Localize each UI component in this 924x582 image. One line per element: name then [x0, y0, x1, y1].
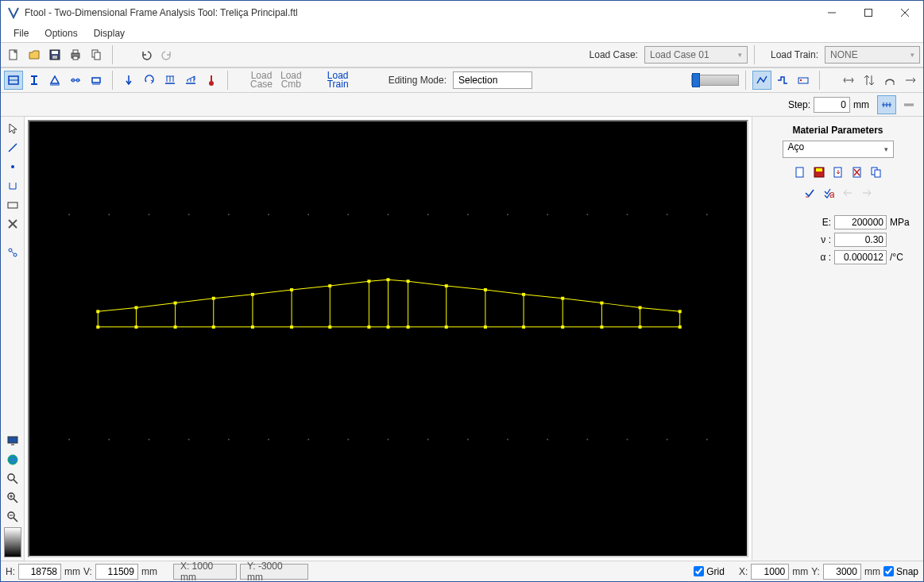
loadtrain-text-button[interactable]: Load Train: [324, 71, 352, 89]
nodal-force-button[interactable]: [119, 71, 138, 90]
step-input[interactable]: [814, 97, 850, 113]
param-e-input[interactable]: [834, 215, 887, 229]
svg-point-109: [547, 439, 548, 441]
svg-point-93: [586, 214, 588, 215]
monitor-icon[interactable]: [4, 432, 21, 449]
loadtrain-select[interactable]: NONE: [825, 46, 920, 64]
step-mode-fine-button[interactable]: [899, 95, 918, 114]
zoom-out-button[interactable]: [4, 508, 21, 526]
print-button[interactable]: [66, 45, 85, 64]
undo-button[interactable]: [137, 45, 156, 64]
result-shear-button[interactable]: [860, 71, 879, 90]
status-h-label: H:: [6, 566, 15, 577]
rigid-offset-button[interactable]: [87, 71, 106, 90]
keyboard-tool-button[interactable]: [4, 196, 21, 214]
open-file-button[interactable]: [25, 45, 44, 64]
step-toolbar: Step: mm: [1, 93, 923, 117]
svg-line-48: [9, 144, 17, 152]
linear-load-button[interactable]: [181, 71, 200, 90]
close-button[interactable]: [887, 1, 923, 25]
diagram-shear-button[interactable]: [773, 71, 792, 90]
zoom-fit-button[interactable]: [4, 470, 21, 488]
hinge-button[interactable]: [66, 71, 85, 90]
gridx-input[interactable]: [751, 564, 789, 580]
toolbar-standard: Load Case: Load Case 01 Load Train: NONE: [1, 42, 923, 67]
maximize-button[interactable]: [850, 1, 887, 25]
thermal-load-button[interactable]: [202, 71, 221, 90]
svg-rect-142: [290, 288, 293, 291]
node-tool-button[interactable]: [4, 158, 21, 175]
right-panel: Material Parameters Aço all E: MPa ν :: [752, 117, 923, 561]
apply-rev-button[interactable]: [840, 185, 856, 201]
svg-rect-148: [386, 278, 389, 281]
redo-button[interactable]: [157, 45, 176, 64]
result-axial-button[interactable]: [839, 71, 858, 90]
support-button[interactable]: [45, 71, 64, 90]
svg-rect-68: [8, 437, 17, 443]
section-props-button[interactable]: [25, 71, 44, 90]
svg-rect-151: [407, 326, 410, 329]
globe-icon[interactable]: [4, 451, 21, 468]
apply-all-button[interactable]: all: [821, 185, 837, 201]
gridy-label: Y:: [811, 566, 820, 577]
svg-rect-133: [96, 326, 99, 329]
svg-point-111: [626, 439, 628, 441]
gridx-label: X:: [739, 566, 748, 577]
material-params-button[interactable]: [4, 71, 23, 90]
gridy-input[interactable]: [823, 564, 861, 580]
select-tool-button[interactable]: [4, 120, 21, 137]
new-file-button[interactable]: [4, 45, 23, 64]
copy-button[interactable]: [87, 45, 106, 64]
svg-rect-150: [407, 279, 410, 283]
diagram-axial-button[interactable]: [752, 71, 771, 90]
material-delete-button[interactable]: [849, 164, 865, 180]
loadcase-text-button[interactable]: Load Case: [247, 71, 276, 89]
svg-rect-168: [816, 168, 822, 172]
editmode-label: Editing Mode:: [379, 75, 451, 86]
svg-rect-161: [600, 326, 603, 329]
loadcmb-text-button[interactable]: Load Cmb: [277, 71, 305, 89]
transform-tool-button[interactable]: [4, 244, 21, 261]
diagram-moment-button[interactable]: [794, 71, 813, 90]
snap-checkbox[interactable]: Snap: [883, 566, 918, 577]
distributed-load-button[interactable]: [160, 71, 180, 90]
delete-tool-button[interactable]: [4, 215, 21, 233]
material-new-button[interactable]: [792, 164, 808, 180]
loadcase-select[interactable]: Load Case 01: [644, 46, 748, 64]
moment-button[interactable]: [140, 71, 159, 90]
result-scale-slider[interactable]: [691, 75, 739, 86]
menu-display[interactable]: Display: [86, 26, 133, 40]
material-import-button[interactable]: [830, 164, 846, 180]
member-tool-button[interactable]: [4, 139, 21, 156]
status-v-input[interactable]: [95, 564, 138, 580]
apply-selected-button[interactable]: [802, 185, 818, 201]
window-title: Ftool - Two-Dimensional Frame Analysis T…: [25, 7, 814, 18]
material-save-button[interactable]: [811, 164, 827, 180]
svg-rect-134: [134, 306, 137, 309]
apply-fwd-button[interactable]: [859, 185, 875, 201]
material-copy-button[interactable]: [868, 164, 884, 180]
step-mode-coarse-button[interactable]: [877, 95, 896, 114]
zoom-in-button[interactable]: [4, 489, 21, 507]
status-h-input[interactable]: [18, 564, 61, 580]
grayscale-bar-icon[interactable]: [4, 527, 21, 557]
svg-point-103: [307, 439, 309, 441]
material-select[interactable]: Aço: [783, 141, 894, 158]
param-nu-input[interactable]: [834, 233, 887, 247]
param-alpha-input[interactable]: [834, 250, 887, 264]
param-alpha-unit: /°C: [890, 252, 917, 263]
model-canvas[interactable]: [28, 120, 748, 557]
svg-rect-12: [95, 52, 100, 60]
menu-options[interactable]: Options: [37, 26, 85, 40]
svg-rect-154: [484, 288, 487, 291]
minimize-button[interactable]: [814, 1, 850, 25]
menu-file[interactable]: File: [6, 26, 37, 40]
save-file-button[interactable]: [45, 45, 64, 64]
result-moment-button[interactable]: [880, 71, 899, 90]
grid-checkbox[interactable]: Grid: [694, 566, 725, 577]
svg-point-96: [706, 214, 708, 215]
svg-rect-132: [96, 310, 99, 313]
svg-point-99: [148, 439, 149, 441]
dimension-tool-button[interactable]: [4, 177, 21, 195]
result-deform-button[interactable]: [901, 71, 920, 90]
